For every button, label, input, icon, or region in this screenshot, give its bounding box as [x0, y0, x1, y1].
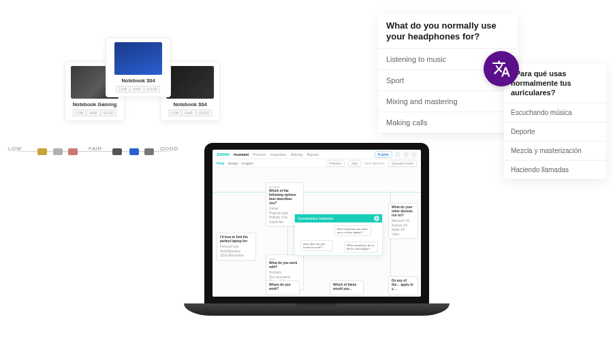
- question-heading: What do you normally use your headphones…: [378, 14, 518, 48]
- product-image: [114, 42, 162, 75]
- flow-canvas[interactable]: I'd love to find the perfect laptop for:…: [213, 167, 421, 297]
- rating-chip[interactable]: LOW: [116, 86, 129, 93]
- product-title: Notebook Gaming: [69, 101, 120, 107]
- rating-chip[interactable]: LOW: [73, 110, 86, 116]
- scale-thumb: [37, 148, 47, 155]
- product-card[interactable]: Notebook 304 LOW FAIR GOOD: [106, 37, 171, 97]
- breadcrumb-last: New Release: [364, 161, 385, 165]
- product-title: Notebook 304: [165, 101, 215, 107]
- product-card-cluster: Notebook Gaming LOW FAIR GOOD Notebook 3…: [65, 37, 255, 139]
- answer-option[interactable]: Haciendo llamadas: [504, 160, 606, 179]
- scale-thumb: [112, 148, 122, 155]
- nav-item-products[interactable]: Products: [253, 152, 266, 156]
- rating-chip[interactable]: LOW: [168, 110, 181, 116]
- scale-thumb: [68, 148, 78, 155]
- answer-option[interactable]: Making calls: [378, 112, 518, 133]
- nav-item-assistant[interactable]: Assistant: [234, 152, 249, 156]
- node-heading: Which of the following options best desc…: [269, 189, 300, 205]
- nav-item-integration[interactable]: Integration: [270, 152, 287, 156]
- question-panel-es: ¿Para qué usas normalmente tus auricular…: [504, 64, 606, 179]
- scale-label-low: LOW: [8, 146, 22, 152]
- laptop-bezel: zoovu Assistant Products Integration Set…: [204, 143, 429, 306]
- rating-row: LOW FAIR GOOD: [110, 86, 166, 93]
- laptop-mockup: zoovu Assistant Products Integration Set…: [184, 143, 450, 347]
- app-logo[interactable]: zoovu: [217, 152, 230, 156]
- subnav-insights[interactable]: Insights: [242, 161, 253, 165]
- rating-chip[interactable]: FAIR: [182, 110, 195, 116]
- rating-chip[interactable]: FAIR: [130, 86, 143, 93]
- popup-mini-node[interactable]: What would you do to find a new laptop?: [344, 242, 378, 252]
- publish-button[interactable]: Publish: [375, 151, 392, 158]
- rating-row: LOW FAIR GOOD: [69, 110, 120, 116]
- node-heading: Do any of the… apply to y…: [392, 279, 415, 291]
- topbar-icon-button[interactable]: [395, 152, 400, 157]
- flow-node[interactable]: Do any of the… apply to y…: [388, 276, 418, 295]
- nav-item-reports[interactable]: Reports: [307, 152, 319, 156]
- scale-label-fair: FAIR: [89, 146, 102, 152]
- question-bank-button[interactable]: Question bank: [388, 160, 417, 167]
- rating-chip[interactable]: FAIR: [87, 110, 99, 116]
- answer-option[interactable]: Escuchando música: [504, 103, 606, 122]
- rating-chip[interactable]: GOOD: [196, 110, 212, 116]
- subnav-flow[interactable]: Flow: [217, 161, 224, 165]
- translate-icon: [484, 51, 519, 86]
- scale-label-good: GOOD: [160, 146, 178, 152]
- laptop-base: [184, 303, 450, 316]
- scale-thumb: [129, 148, 139, 155]
- popup-mini-node[interactable]: How often do you travel for work?: [300, 240, 333, 251]
- flow-node[interactable]: Where do you work?: [266, 280, 300, 295]
- rating-row: LOW FAIR GOOD: [165, 110, 215, 116]
- quality-scale: LOW FAIR GOOD: [0, 143, 177, 159]
- conversation-optimizer-popup[interactable]: Conversation Optimizer × How long have y…: [294, 214, 383, 256]
- node-heading: What do you work with?: [269, 261, 300, 269]
- node-heading: What do your other devices run on?: [392, 205, 415, 218]
- question-heading: ¿Para qué usas normalmente tus auricular…: [504, 64, 606, 103]
- preview-button[interactable]: Preview: [326, 160, 345, 167]
- product-title: Notebook 304: [110, 78, 166, 84]
- topbar-icon-button[interactable]: [403, 152, 409, 157]
- add-button[interactable]: Add: [348, 160, 361, 167]
- topbar-icon-button[interactable]: [411, 152, 417, 157]
- scale-thumb: [53, 148, 63, 155]
- subnav-design[interactable]: Design: [227, 161, 238, 165]
- popup-mini-node[interactable]: How long have you had your current lapto…: [334, 225, 371, 236]
- rating-chip[interactable]: GOOD: [144, 86, 160, 93]
- answer-option[interactable]: Mixing and mastering: [378, 90, 518, 112]
- nav-item-settings[interactable]: Settings: [291, 152, 303, 156]
- app-nav: Assistant Products Integration Settings …: [234, 152, 319, 156]
- rating-chip[interactable]: GOOD: [101, 110, 116, 116]
- flow-node[interactable]: Which of these would you…: [330, 280, 364, 295]
- node-heading: Where do you work?: [269, 283, 296, 291]
- answer-option[interactable]: Deporte: [504, 122, 606, 141]
- app-topbar: zoovu Assistant Products Integration Set…: [213, 150, 421, 159]
- popup-header[interactable]: Conversation Optimizer ×: [295, 214, 382, 222]
- app-subnav: Flow Design Insights Preview Add New Rel…: [213, 159, 421, 167]
- popup-title: Conversation Optimizer: [298, 216, 333, 220]
- close-icon[interactable]: ×: [374, 216, 379, 221]
- flow-node[interactable]: What do your other devices run on? Micro…: [388, 203, 418, 239]
- node-heading: Which of these would you…: [333, 283, 360, 291]
- flow-node[interactable]: I'd love to find the perfect laptop for:…: [217, 233, 256, 261]
- node-heading: I'd love to find the perfect laptop for:: [220, 235, 253, 244]
- product-image: [166, 66, 214, 99]
- answer-option[interactable]: Mezcla y masterización: [504, 141, 606, 160]
- scale-thumb: [144, 148, 154, 155]
- app-screen: zoovu Assistant Products Integration Set…: [213, 150, 421, 297]
